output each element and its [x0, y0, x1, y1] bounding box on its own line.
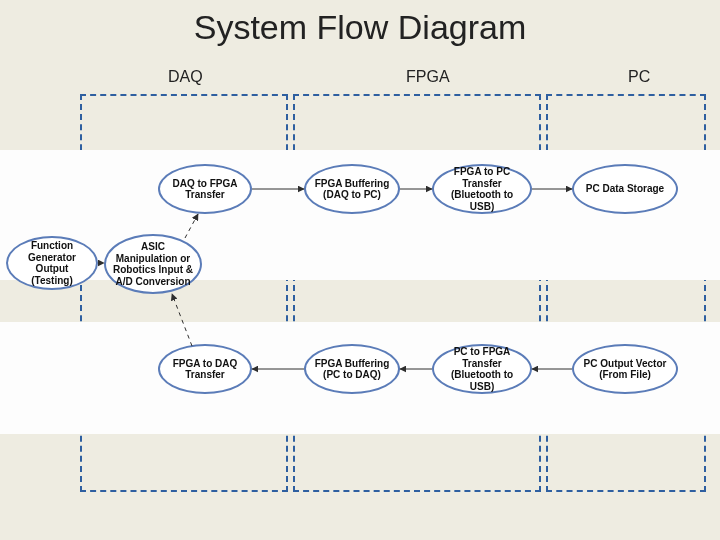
page-title: System Flow Diagram [0, 8, 720, 47]
group-label-daq: DAQ [168, 68, 203, 86]
group-label-pc: PC [628, 68, 650, 86]
group-label-fpga: FPGA [406, 68, 450, 86]
node-func-gen: Function Generator Output (Testing) [6, 236, 98, 290]
node-buf-daq-pc: FPGA Buffering (DAQ to PC) [304, 164, 400, 214]
node-fpga-to-daq: FPGA to DAQ Transfer [158, 344, 252, 394]
node-asic: ASIC Manipulation or Robotics Input & A/… [104, 234, 202, 294]
node-fpga-to-pc: FPGA to PC Transfer (Bluetooth to USB) [432, 164, 532, 214]
node-buf-pc-daq: FPGA Buffering (PC to DAQ) [304, 344, 400, 394]
node-pc-output: PC Output Vector (From File) [572, 344, 678, 394]
node-pc-storage: PC Data Storage [572, 164, 678, 214]
node-daq-to-fpga: DAQ to FPGA Transfer [158, 164, 252, 214]
slide: System Flow Diagram DAQ FPGA PC Function… [0, 0, 720, 540]
node-pc-to-fpga: PC to FPGA Transfer (Bluetooth to USB) [432, 344, 532, 394]
